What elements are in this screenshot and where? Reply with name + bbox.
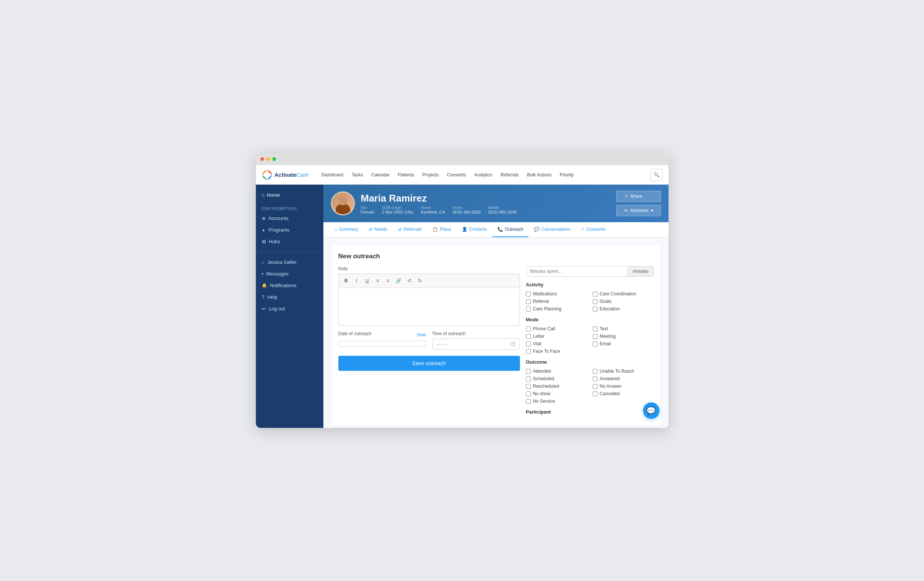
time-input[interactable]: --:-- -- 🕐 [432,339,520,350]
outcome-rescheduled[interactable]: Rescheduled [526,384,587,389]
sidebar-item-logout[interactable]: ↩ Log out [256,303,323,315]
sidebar-section-label: FOR PROMPTERS [256,204,323,212]
plans-icon: 📋 [432,227,438,232]
tab-referrals[interactable]: ⇄ Referrals [393,222,427,237]
clock-icon: 🕐 [510,341,516,347]
sidebar-home[interactable]: ⌂ Home [256,189,323,201]
tab-plans[interactable]: 📋 Plans [427,222,456,237]
underline-button[interactable]: U [363,276,372,285]
sidebar-divider [256,252,323,252]
home-icon: ⌂ [262,192,265,198]
mode-letter[interactable]: Letter [526,334,587,339]
nav-analytics[interactable]: Analytics [470,170,496,180]
browser-close[interactable] [261,157,264,161]
bold-button[interactable]: B [342,276,351,285]
activity-care-coordination[interactable]: Care Coordination [593,291,653,296]
sidebar-item-notifications[interactable]: 🔔 Notifications [256,280,323,291]
messages-icon: ▪ [262,271,264,276]
date-time-row: Date of outreach Now Time of outreach [338,331,520,350]
hubs-label: Hubs [269,239,280,244]
sidebar-user: ○ Jessica Sattler [256,257,323,268]
tab-contacts[interactable]: 👤 Contacts [457,222,492,237]
patient-info: Maria Ramirez Sex Female DOB & Age 2 Mar… [361,192,610,214]
nav-dashboard[interactable]: Dashboard [317,170,347,180]
unordered-list-button[interactable]: ≡ [384,276,393,285]
outcome-unable-to-reach[interactable]: Unable To Reach [593,369,653,374]
patient-address: Home Kentfield, CA [421,206,445,214]
outcome-no-show[interactable]: No show [526,391,587,396]
minutes-input[interactable] [526,266,628,276]
sidebar: ⌂ Home FOR PROMPTERS ⊕ Accounts ▲ Progra… [256,185,323,428]
activity-title: Activity [526,282,653,288]
notifications-label: Notifications [270,283,297,288]
italic-button[interactable]: I [352,276,361,285]
participant-title: Participant [526,409,653,415]
nav-calendar[interactable]: Calendar [368,170,394,180]
nav-bulk-actions[interactable]: Bulk Actions [523,170,555,180]
nav-referrals[interactable]: Referrals [497,170,523,180]
sidebar-item-messages[interactable]: ▪ Messages [256,268,323,280]
activity-medications[interactable]: Medications [526,291,587,296]
activity-goals[interactable]: Goals [593,299,653,304]
nav-patients[interactable]: Patients [394,170,417,180]
date-input[interactable] [338,341,426,347]
patient-header: Maria Ramirez Sex Female DOB & Age 2 Mar… [323,185,668,222]
tab-consents[interactable]: ✓ Consents [576,222,611,237]
mode-text[interactable]: Text [593,326,653,331]
mode-meeting[interactable]: Meeting [593,334,653,339]
activity-referral[interactable]: Referral [526,299,587,304]
outcome-cancelled[interactable]: Cancelled [593,391,653,396]
save-outreach-button[interactable]: Save outreach [338,356,520,371]
outcome-no-answer[interactable]: No Answer [593,384,653,389]
search-button[interactable]: 🔍 [650,169,663,181]
activity-education[interactable]: Education [593,306,653,311]
form-left: Note B I U ≡ ≡ 🔗 [338,266,520,419]
now-link[interactable]: Now [417,332,426,338]
chat-fab-button[interactable]: 💬 [643,402,660,419]
svg-point-0 [262,170,272,180]
outcome-attended[interactable]: Attended [526,369,587,374]
mode-email[interactable]: Email [593,341,653,346]
activity-care-planning[interactable]: Care Planning [526,306,587,311]
programs-label: Programs [268,227,289,233]
browser-minimize[interactable] [266,157,270,161]
mode-face-to-face[interactable]: Face To Face [526,349,587,354]
assistant-button[interactable]: ✏ Assistant ▾ [616,205,661,216]
outcome-no-service[interactable]: No Service [526,399,587,404]
nav-tasks[interactable]: Tasks [348,170,367,180]
nav-priority[interactable]: Priority [556,170,578,180]
share-button[interactable]: ↗ Share [616,191,661,202]
outcome-checkboxes: Attended Unable To Reach Scheduled [526,369,653,404]
mode-phone-call[interactable]: Phone Call [526,326,587,331]
note-input[interactable] [339,288,520,325]
sidebar-item-accounts[interactable]: ⊕ Accounts [256,212,323,224]
link-button[interactable]: 🔗 [394,276,403,285]
tab-summary[interactable]: ⌂ Summary [329,222,364,237]
redo-button[interactable]: ↻ [415,276,424,285]
activity-checkboxes: Medications Care Coordination Referral [526,291,653,311]
tab-outreach[interactable]: 📞 Outreach [492,222,529,237]
form-area: New outreach Note B I U [323,238,668,428]
browser-bar [256,153,668,165]
outcome-answered[interactable]: Answered [593,376,653,381]
tab-needs[interactable]: ⇄ Needs [363,222,393,237]
tabs-row: ⌂ Summary ⇄ Needs ⇄ Referrals 📋 [323,222,668,238]
patient-actions: ↗ Share ✏ Assistant ▾ [616,191,661,216]
sidebar-item-programs[interactable]: ▲ Programs [256,224,323,236]
undo-button[interactable]: ↺ [405,276,414,285]
ordered-list-button[interactable]: ≡ [373,276,382,285]
nav-consents[interactable]: Consents [443,170,470,180]
sidebar-item-hubs[interactable]: ⊞ Hubs [256,236,323,247]
note-editor[interactable]: B I U ≡ ≡ 🔗 ↺ ↻ [338,274,520,326]
needs-icon: ⇄ [369,227,373,232]
help-icon: ? [262,294,264,300]
outcome-scheduled[interactable]: Scheduled [526,376,587,381]
tab-conversations[interactable]: 💬 Conversations [529,222,576,237]
top-nav: ActivateCare Dashboard Tasks Calendar Pa… [256,165,668,185]
nav-projects[interactable]: Projects [419,170,442,180]
logo-icon [262,170,272,180]
mode-visit[interactable]: Visit [526,341,587,346]
sidebar-item-help[interactable]: ? Help [256,291,323,303]
browser-maximize[interactable] [272,157,276,161]
referrals-icon: ⇄ [398,227,402,232]
